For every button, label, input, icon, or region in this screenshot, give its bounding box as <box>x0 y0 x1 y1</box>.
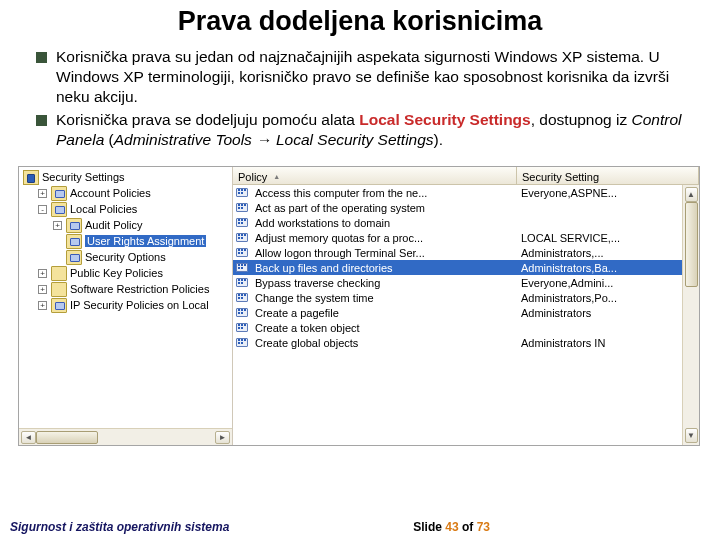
text-emphasis: Local Security Settings <box>359 111 530 128</box>
policy-name: Change the system time <box>255 292 518 304</box>
scroll-thumb[interactable] <box>685 202 698 287</box>
policy-name: Add workstations to domain <box>255 217 518 229</box>
security-setting: Administrators,Po... <box>518 292 699 304</box>
tree-item[interactable]: Security Options <box>21 249 232 265</box>
bullet-list: Korisnička prava su jedan od najznačajni… <box>0 47 720 162</box>
tree-item[interactable]: +Software Restriction Policies <box>21 281 232 297</box>
tree-label: User Rights Assignment <box>85 235 206 247</box>
list-item[interactable]: Create a pagefileAdministrators <box>233 305 699 320</box>
scroll-track[interactable] <box>36 431 215 444</box>
policy-icon <box>236 201 252 215</box>
policy-name: Allow logon through Terminal Ser... <box>255 247 518 259</box>
list-header: Policy ▲ Security Setting <box>233 167 699 185</box>
column-header-policy[interactable]: Policy ▲ <box>233 167 517 184</box>
scroll-right-button[interactable]: ► <box>215 431 230 444</box>
policy-name: Create a pagefile <box>255 307 518 319</box>
scroll-up-button[interactable]: ▲ <box>685 187 698 202</box>
policy-icon <box>236 246 252 260</box>
security-setting: Everyone,ASPNE... <box>518 187 699 199</box>
list-item[interactable]: Create a token object <box>233 320 699 335</box>
folder-icon <box>51 202 67 217</box>
security-settings-icon <box>23 170 39 185</box>
folder-icon <box>66 218 82 233</box>
security-setting: Administrators <box>518 307 699 319</box>
list-item[interactable]: Act as part of the operating system <box>233 200 699 215</box>
policy-icon <box>236 276 252 290</box>
tree-label: Audit Policy <box>85 219 142 231</box>
column-header-security-setting[interactable]: Security Setting <box>517 167 699 184</box>
security-setting: Everyone,Admini... <box>518 277 699 289</box>
column-label: Security Setting <box>522 171 599 183</box>
list-item[interactable]: Add workstations to domain <box>233 215 699 230</box>
list-item[interactable]: Access this computer from the ne...Every… <box>233 185 699 200</box>
footer-right: Slide 43 of 73 <box>413 520 490 534</box>
policy-icon <box>236 261 252 275</box>
tree-label: Account Policies <box>70 187 151 199</box>
collapse-icon[interactable]: - <box>38 205 47 214</box>
tree-label: Security Options <box>85 251 166 263</box>
text: Slide <box>413 520 445 534</box>
tree-item[interactable]: User Rights Assignment <box>21 233 232 249</box>
list-item[interactable]: Allow logon through Terminal Ser...Admin… <box>233 245 699 260</box>
policy-name: Bypass traverse checking <box>255 277 518 289</box>
text: Korisnička prava se dodeljuju pomoću ala… <box>56 111 359 128</box>
tree-label: Local Policies <box>70 203 137 215</box>
expand-icon[interactable]: + <box>38 189 47 198</box>
policy-name: Back up files and directories <box>255 262 518 274</box>
list-item[interactable]: Change the system timeAdministrators,Po.… <box>233 290 699 305</box>
expand-icon[interactable]: + <box>38 285 47 294</box>
horizontal-scrollbar[interactable]: ◄ ► <box>19 428 232 445</box>
policy-icon <box>236 306 252 320</box>
folder-icon <box>51 282 67 297</box>
bullet-marker-icon <box>36 52 47 63</box>
policy-icon <box>236 336 252 350</box>
scroll-track[interactable] <box>685 202 698 428</box>
column-label: Policy <box>238 171 267 183</box>
tree-item[interactable]: +IP Security Policies on Local <box>21 297 232 313</box>
list-item[interactable]: Bypass traverse checkingEveryone,Admini.… <box>233 275 699 290</box>
slide-title: Prava dodeljena korisnicima <box>0 0 720 47</box>
list-pane: Policy ▲ Security Setting Access this co… <box>233 167 699 445</box>
tree-body: Security Settings +Account Policies-Loca… <box>19 167 232 428</box>
list-item[interactable]: Create global objectsAdministrators IN <box>233 335 699 350</box>
tree-pane: Security Settings +Account Policies-Loca… <box>19 167 233 445</box>
policy-name: Access this computer from the ne... <box>255 187 518 199</box>
list-item[interactable]: Adjust memory quotas for a proc...LOCAL … <box>233 230 699 245</box>
policy-icon <box>236 216 252 230</box>
expand-icon[interactable]: + <box>53 221 62 230</box>
policy-name: Adjust memory quotas for a proc... <box>255 232 518 244</box>
tree-item[interactable]: -Local Policies <box>21 201 232 217</box>
folder-icon <box>51 298 67 313</box>
security-setting: Administrators IN <box>518 337 699 349</box>
bullet-item: Korisnička prava su jedan od najznačajni… <box>36 47 700 106</box>
text: ). <box>434 131 443 148</box>
tree-label: IP Security Policies on Local <box>70 299 209 311</box>
text: ( <box>104 131 113 148</box>
text-italic: Administrative Tools → Local Security Se… <box>114 131 434 148</box>
text: of <box>459 520 477 534</box>
tree-item[interactable]: +Account Policies <box>21 185 232 201</box>
tree-label: Public Key Policies <box>70 267 163 279</box>
scroll-left-button[interactable]: ◄ <box>21 431 36 444</box>
tree-root[interactable]: Security Settings <box>21 169 232 185</box>
folder-icon <box>51 266 67 281</box>
folder-icon <box>51 186 67 201</box>
footer-left: Sigurnost i zaštita operativnih sistema <box>10 520 229 534</box>
scroll-thumb[interactable] <box>36 431 98 444</box>
bullet-item: Korisnička prava se dodeljuju pomoću ala… <box>36 110 700 150</box>
security-setting: Administrators,Ba... <box>518 262 699 274</box>
policy-icon <box>236 321 252 335</box>
tree-label: Security Settings <box>42 171 125 183</box>
tree-item[interactable]: +Audit Policy <box>21 217 232 233</box>
scroll-down-button[interactable]: ▼ <box>685 428 698 443</box>
vertical-scrollbar[interactable]: ▲ ▼ <box>682 185 699 445</box>
bullet-text: Korisnička prava su jedan od najznačajni… <box>56 47 700 106</box>
slide-footer: Sigurnost i zaštita operativnih sistema … <box>0 520 720 534</box>
expand-icon[interactable]: + <box>38 269 47 278</box>
tree-item[interactable]: +Public Key Policies <box>21 265 232 281</box>
sort-asc-icon: ▲ <box>273 173 280 180</box>
list-item[interactable]: Back up files and directoriesAdministrat… <box>233 260 699 275</box>
policy-icon <box>236 186 252 200</box>
expand-icon[interactable]: + <box>38 301 47 310</box>
bullet-marker-icon <box>36 115 47 126</box>
